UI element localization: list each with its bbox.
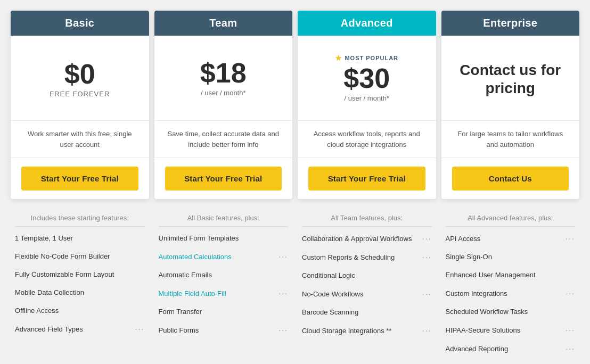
price-value-team: $18 bbox=[200, 59, 247, 87]
plan-description-enterprise: For large teams to tailor workflows and … bbox=[441, 121, 580, 158]
feature-item: API Access··· bbox=[441, 229, 580, 248]
features-section-enterprise: All Advanced features, plus:API Access··… bbox=[441, 208, 580, 364]
plan-header-advanced: Advanced bbox=[298, 11, 436, 36]
plan-price-area-team: $18/ user / month* bbox=[154, 36, 293, 121]
pricing-table: Basic$0FREE FOREVERWork smarter with thi… bbox=[11, 11, 579, 364]
feature-item: Conditional Logic bbox=[298, 267, 436, 285]
plan-price-area-basic: $0FREE FOREVER bbox=[11, 36, 149, 121]
feature-item: Custom Integrations··· bbox=[441, 284, 580, 303]
cta-button-basic[interactable]: Start Your Free Trial bbox=[21, 167, 138, 191]
feature-item: Enhanced User Management bbox=[441, 266, 580, 284]
feature-item: Offline Access bbox=[11, 302, 149, 320]
feature-item: Automatic Emails bbox=[154, 266, 293, 284]
feature-item: HIPAA-Secure Solutions··· bbox=[441, 321, 580, 340]
features-header-enterprise: All Advanced features, plus: bbox=[446, 208, 576, 227]
feature-item: Mobile Data Collection bbox=[11, 284, 149, 302]
plan-description-basic: Work smarter with this free, single user… bbox=[11, 121, 149, 158]
feature-name: Public Forms bbox=[159, 326, 279, 334]
feature-name: Conditional Logic bbox=[302, 271, 432, 279]
feature-name: Multiple Field Auto-Fill bbox=[159, 289, 279, 297]
feature-name: Advanced Reporting bbox=[446, 345, 566, 353]
plan-card-enterprise: EnterpriseContact us for pricingFor larg… bbox=[441, 11, 580, 199]
feature-name: Enhanced User Management bbox=[446, 271, 576, 279]
plan-description-team: Save time, collect accurate data and inc… bbox=[154, 121, 293, 158]
star-icon: ★ bbox=[335, 54, 342, 62]
plan-price-area-enterprise: Contact us for pricing bbox=[441, 36, 580, 121]
feature-name: Barcode Scanning bbox=[302, 308, 432, 316]
feature-name: Scheduled Workflow Tasks bbox=[446, 308, 576, 316]
plan-column-basic: Basic$0FREE FOREVERWork smarter with thi… bbox=[11, 11, 149, 364]
feature-more-icon[interactable]: ··· bbox=[278, 326, 288, 334]
plan-card-basic: Basic$0FREE FOREVERWork smarter with thi… bbox=[11, 11, 149, 199]
plan-column-advanced: Advanced★ MOST POPULAR$30/ user / month*… bbox=[298, 11, 436, 364]
feature-item: Barcode Scanning bbox=[298, 303, 436, 321]
most-popular-badge: ★ MOST POPULAR bbox=[335, 54, 398, 62]
features-header-basic: Includes these starting features: bbox=[15, 208, 145, 227]
enterprise-price-text: Contact us for pricing bbox=[450, 61, 571, 97]
feature-name: HIPAA-Secure Solutions bbox=[446, 326, 566, 334]
plan-card-advanced: Advanced★ MOST POPULAR$30/ user / month*… bbox=[298, 11, 436, 199]
plan-column-team: Team$18/ user / month*Save time, collect… bbox=[154, 11, 293, 364]
price-sub-basic: FREE FOREVER bbox=[50, 90, 110, 98]
feature-more-icon[interactable]: ··· bbox=[135, 325, 145, 333]
feature-name: Automated Calculations bbox=[159, 253, 279, 261]
feature-item: Single Sign-On bbox=[441, 248, 580, 266]
features-section-advanced: All Team features, plus:Collaboration & … bbox=[298, 208, 436, 340]
feature-name: Flexible No-Code Form Builder bbox=[15, 252, 145, 260]
feature-name: No-Code Workflows bbox=[302, 290, 422, 298]
feature-more-icon[interactable]: ··· bbox=[422, 234, 432, 243]
feature-more-icon[interactable]: ··· bbox=[422, 253, 432, 261]
feature-item: Cloud Storage Integrations **··· bbox=[298, 321, 436, 340]
feature-name: Automatic Emails bbox=[159, 271, 289, 279]
features-header-advanced: All Team features, plus: bbox=[302, 208, 432, 227]
feature-more-icon[interactable]: ··· bbox=[566, 289, 575, 297]
price-value-advanced: $30 bbox=[343, 64, 390, 92]
feature-more-icon[interactable]: ··· bbox=[422, 326, 432, 335]
features-section-basic: Includes these starting features:1 Templ… bbox=[11, 208, 149, 338]
feature-name: Fully Customizable Form Layout bbox=[15, 270, 145, 278]
plan-cta-area-basic: Start Your Free Trial bbox=[11, 158, 149, 199]
feature-name: 1 Template, 1 User bbox=[15, 234, 145, 242]
feature-more-icon[interactable]: ··· bbox=[278, 289, 288, 297]
feature-item: Multiple Field Auto-Fill··· bbox=[154, 284, 293, 303]
feature-name: Mobile Data Collection bbox=[15, 288, 145, 296]
feature-item: Form Transfer bbox=[154, 303, 293, 321]
feature-more-icon[interactable]: ··· bbox=[422, 289, 432, 298]
feature-name: Cloud Storage Integrations ** bbox=[302, 327, 422, 335]
feature-item: Automated Calculations··· bbox=[154, 247, 293, 266]
feature-item: No-Code Workflows··· bbox=[298, 285, 436, 303]
feature-name: Collaboration & Approval Workflows bbox=[302, 235, 422, 243]
feature-name: Offline Access bbox=[15, 307, 145, 315]
feature-item: Advanced Field Types··· bbox=[11, 320, 149, 338]
features-header-team: All Basic features, plus: bbox=[159, 208, 289, 227]
feature-name: Unlimited Form Templates bbox=[159, 234, 289, 242]
plan-cta-area-enterprise: Contact Us bbox=[441, 158, 580, 199]
feature-name: Form Transfer bbox=[159, 308, 289, 316]
feature-name: Custom Integrations bbox=[446, 289, 566, 297]
cta-button-team[interactable]: Start Your Free Trial bbox=[165, 167, 282, 191]
features-section-team: All Basic features, plus:Unlimited Form … bbox=[154, 208, 293, 340]
feature-name: Advanced Field Types bbox=[15, 325, 135, 333]
plan-column-enterprise: EnterpriseContact us for pricingFor larg… bbox=[441, 11, 580, 364]
feature-item: Scheduled Workflow Tasks bbox=[441, 303, 580, 321]
feature-item: Flexible No-Code Form Builder bbox=[11, 247, 149, 266]
plan-description-advanced: Access workflow tools, reports and cloud… bbox=[298, 121, 436, 158]
feature-name: Single Sign-On bbox=[446, 253, 576, 261]
plan-price-area-advanced: ★ MOST POPULAR$30/ user / month* bbox=[298, 36, 436, 121]
cta-button-advanced[interactable]: Start Your Free Trial bbox=[308, 167, 425, 191]
feature-more-icon[interactable]: ··· bbox=[278, 252, 288, 261]
feature-item: Custom Reports & Scheduling··· bbox=[298, 248, 436, 267]
plan-header-basic: Basic bbox=[11, 11, 149, 36]
cta-button-enterprise[interactable]: Contact Us bbox=[452, 167, 569, 191]
price-sub-advanced: / user / month* bbox=[344, 94, 389, 102]
plan-cta-area-advanced: Start Your Free Trial bbox=[298, 158, 436, 199]
feature-more-icon[interactable]: ··· bbox=[566, 326, 575, 334]
plan-cta-area-team: Start Your Free Trial bbox=[154, 158, 293, 199]
feature-item: Collaboration & Approval Workflows··· bbox=[298, 229, 436, 248]
feature-item: Unlimited Form Templates bbox=[154, 229, 293, 247]
feature-more-icon[interactable]: ··· bbox=[566, 344, 575, 353]
feature-name: Custom Reports & Scheduling bbox=[302, 253, 422, 261]
price-sub-team: / user / month* bbox=[201, 89, 246, 97]
feature-item: Advanced Reporting··· bbox=[441, 340, 580, 358]
feature-more-icon[interactable]: ··· bbox=[566, 234, 575, 243]
